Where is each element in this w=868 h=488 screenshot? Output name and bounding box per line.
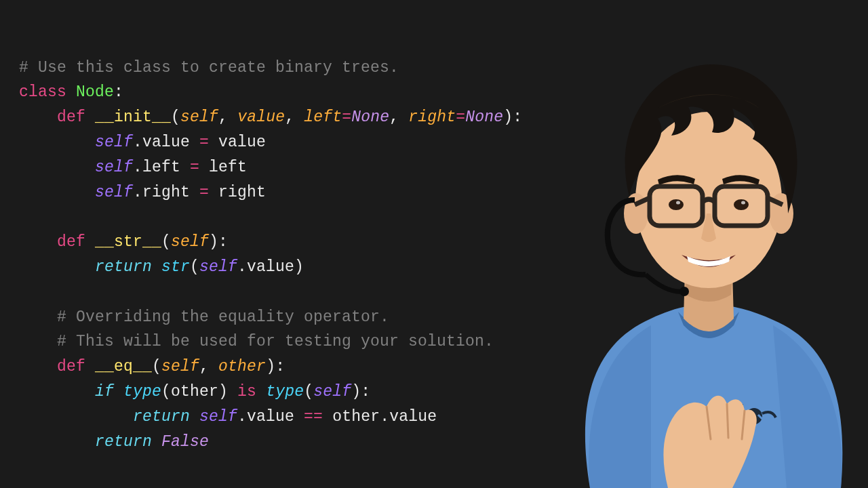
code-token: self: [161, 358, 199, 375]
code-token: .value: [133, 134, 199, 151]
code-token: .left: [133, 159, 190, 176]
code-token: [114, 383, 123, 401]
code-token: self: [95, 134, 133, 151]
code-token: self: [313, 383, 351, 401]
code-token: [19, 358, 57, 375]
code-token: ,: [199, 358, 218, 375]
code-token: =: [190, 159, 199, 176]
code-token: def: [57, 358, 85, 375]
code-token: def: [57, 108, 85, 126]
code-token: .value: [237, 408, 304, 426]
code-token: [66, 83, 76, 101]
code-token: [19, 233, 57, 251]
code-token: return: [133, 408, 190, 426]
code-token: None: [351, 108, 389, 126]
code-token: (: [171, 108, 180, 126]
code-token: ,: [285, 108, 304, 126]
code-token: def: [57, 233, 85, 251]
code-token: [19, 333, 57, 350]
code-token: if: [95, 383, 114, 401]
code-token: [19, 108, 57, 126]
code-token: False: [161, 433, 209, 451]
code-token: [85, 108, 95, 126]
code-token: [85, 233, 95, 251]
code-token: str: [161, 258, 190, 276]
code-token: [256, 383, 266, 401]
code-token: ,: [389, 108, 408, 126]
code-token: __eq__: [95, 358, 152, 375]
code-token: # This will be used for testing your sol…: [57, 333, 494, 350]
svg-point-5: [669, 199, 684, 210]
code-token: :: [114, 83, 123, 101]
code-token: [19, 184, 95, 201]
code-token: [19, 258, 95, 276]
code-token: ):: [209, 233, 228, 251]
code-token: left: [304, 108, 342, 126]
code-token: ):: [351, 383, 370, 401]
code-token: type: [266, 383, 304, 401]
code-token: [19, 383, 95, 401]
code-token: is: [237, 383, 256, 401]
code-token: __init__: [95, 108, 171, 126]
svg-point-11: [679, 287, 689, 296]
code-token: [19, 483, 28, 488]
code-token: None: [465, 108, 503, 126]
code-token: type: [123, 383, 161, 401]
code-token: (: [161, 233, 171, 251]
code-token: [19, 159, 95, 176]
code-token: .value): [237, 258, 304, 276]
code-token: .right: [133, 184, 199, 201]
code-token: ==: [304, 408, 323, 426]
code-token: self: [95, 159, 133, 176]
code-token: [152, 433, 161, 451]
code-token: self: [95, 184, 133, 201]
code-token: [19, 208, 28, 226]
code-token: [190, 408, 199, 426]
code-token: self: [199, 258, 237, 276]
code-token: [85, 358, 95, 375]
svg-point-6: [734, 199, 749, 210]
svg-point-7: [676, 201, 680, 205]
code-token: =: [342, 108, 351, 126]
code-token: # Overriding the equality operator.: [57, 308, 389, 326]
code-token: (: [190, 258, 199, 276]
code-token: [19, 308, 57, 326]
code-token: return: [95, 433, 152, 451]
code-token: self: [180, 108, 218, 126]
code-token: [19, 408, 133, 426]
code-token: __str__: [95, 233, 161, 251]
code-token: Node: [76, 83, 114, 101]
code-token: [19, 433, 95, 451]
code-token: other: [218, 358, 266, 375]
code-token: # Use this class to create binary trees.: [19, 59, 399, 77]
code-token: self: [199, 408, 237, 426]
code-token: [152, 258, 161, 276]
code-token: right: [408, 108, 456, 126]
code-token: return: [95, 258, 152, 276]
code-token: left: [199, 159, 247, 176]
code-token: (: [152, 358, 161, 375]
code-token: right: [209, 184, 266, 201]
code-token: (: [304, 383, 313, 401]
code-token: [19, 134, 95, 151]
code-token: [19, 283, 28, 301]
code-token: ,: [218, 108, 237, 126]
code-token: self: [171, 233, 209, 251]
code-token: class: [19, 83, 66, 101]
code-token: value: [237, 108, 285, 126]
code-token: ):: [266, 358, 285, 375]
code-token: =: [199, 134, 209, 151]
code-token: [19, 458, 28, 475]
code-token: value: [209, 134, 266, 151]
code-token: ):: [503, 108, 522, 126]
code-token: other.value: [323, 408, 437, 426]
presenter-video: {: [549, 27, 868, 488]
code-token: =: [456, 108, 465, 126]
svg-point-8: [741, 201, 745, 205]
code-token: =: [199, 184, 209, 201]
code-token: (other): [161, 383, 237, 401]
